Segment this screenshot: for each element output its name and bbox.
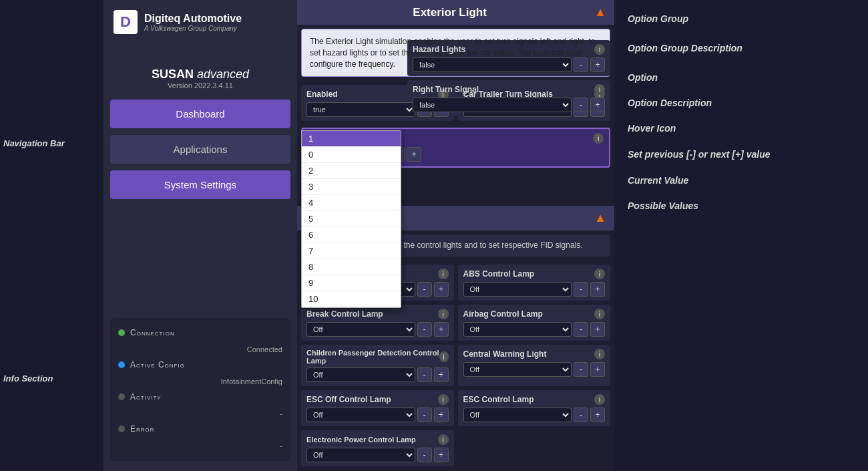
esc-off-lamp-select[interactable]: Off On (306, 408, 415, 422)
children-detection-info-icon[interactable]: i (439, 351, 449, 362)
electronic-power-label: Electronic Power Control Lamp (306, 436, 416, 444)
connection-label: Connection (130, 328, 175, 337)
nav-bar-annotation: Navigation Bar (3, 138, 65, 148)
user-version: Version 2022.3.4.11 (103, 82, 297, 90)
abs-lamp-info-icon[interactable]: i (594, 269, 605, 279)
connection-value: Connected (247, 345, 282, 353)
dropdown-item-10[interactable]: 10 (302, 291, 401, 307)
esc-off-lamp-option: ESC Off Control Lamp i Off On - + (301, 390, 454, 426)
airbag-lamp-minus-button[interactable]: - (574, 322, 588, 337)
children-detection-plus-button[interactable]: + (434, 367, 449, 382)
break-lamp-minus-button[interactable]: - (417, 322, 432, 337)
frequency-dropdown[interactable]: 1 0 2 3 4 5 6 7 8 9 10 (301, 130, 401, 308)
set-prev-next-annotation: Set previous [-] or next [+] value (628, 148, 855, 160)
hover-icon-annotation: Hover Icon (628, 123, 855, 134)
central-warning-plus-button[interactable]: + (590, 362, 605, 377)
hazard-lights-info-icon[interactable]: i (594, 44, 605, 55)
active-config-label: Active Config (130, 360, 185, 369)
central-warning-option: Central Warning Light i Off On - + (458, 345, 611, 386)
option-annotation: Option (628, 72, 855, 83)
break-lamp-plus-button[interactable]: + (434, 322, 449, 337)
right-turn-minus-button[interactable]: - (574, 98, 588, 112)
esc-lamp-label: ESC Control Lamp (463, 395, 534, 404)
dropdown-item-4[interactable]: 4 (302, 195, 401, 211)
central-warning-select[interactable]: Off On (463, 362, 572, 377)
esc-off-lamp-info-icon[interactable]: i (438, 394, 449, 405)
aca-warning-minus-button[interactable]: - (417, 282, 432, 297)
esc-lamp-plus-button[interactable]: + (590, 408, 605, 422)
dashboard-button[interactable]: Dashboard (110, 100, 290, 128)
dropdown-item-9[interactable]: 9 (302, 275, 401, 291)
dropdown-item-7[interactable]: 7 (302, 243, 401, 259)
hazard-lights-plus-button[interactable]: + (590, 57, 605, 72)
hazard-lights-minus-button[interactable]: - (574, 57, 588, 72)
info-section-annotation: Info Section (3, 373, 53, 383)
esc-lamp-option: ESC Control Lamp i Off On - + (458, 390, 611, 426)
right-turn-select[interactable]: false true (413, 98, 572, 112)
dropdown-item-2[interactable]: 2 (302, 163, 401, 179)
esc-lamp-minus-button[interactable]: - (574, 408, 588, 422)
option-group-annotation: Option Group (628, 13, 855, 24)
children-detection-label: Children Passenger Detection Control Lam… (306, 349, 439, 365)
user-name: SUSAN advanced (103, 67, 297, 82)
electronic-power-select[interactable]: Off On (306, 448, 415, 462)
option-group-desc-annotation: Option Group Description (628, 42, 855, 54)
fid-kombi-arrow[interactable]: ▲ (594, 211, 606, 225)
activity-value: - (280, 410, 282, 418)
children-detection-minus-button[interactable]: - (417, 367, 432, 382)
current-value-annotation: Current Value (628, 175, 855, 186)
electronic-power-minus-button[interactable]: - (417, 448, 432, 462)
dropdown-item-6[interactable]: 6 (302, 227, 401, 243)
system-settings-button[interactable]: System Settings (110, 170, 290, 199)
hazard-lights-label: Hazard Lights (413, 45, 465, 54)
electronic-power-option: Electronic Power Control Lamp i Off On -… (301, 430, 454, 466)
electronic-power-info-icon[interactable]: i (438, 434, 449, 445)
dropdown-item-3[interactable]: 3 (302, 179, 401, 195)
error-value: - (280, 442, 282, 450)
dropdown-item-5[interactable]: 5 (302, 211, 401, 227)
break-lamp-label: Break Control Lamp (306, 309, 383, 319)
applications-button[interactable]: Applications (110, 135, 290, 164)
break-lamp-option: Break Control Lamp i Off On - + (301, 305, 454, 341)
active-config-dot (118, 361, 125, 368)
abs-lamp-option: ABS Control Lamp i Off On - + (458, 265, 611, 301)
active-config-value: InfotainmentConfig (221, 377, 282, 385)
electronic-power-plus-button[interactable]: + (434, 448, 449, 462)
activity-label: Activity (130, 392, 162, 402)
airbag-lamp-select[interactable]: Off On (463, 322, 572, 337)
central-warning-info-icon[interactable]: i (594, 349, 605, 359)
hazard-lights-select[interactable]: false true (413, 57, 572, 72)
frequency-info-icon[interactable]: i (593, 133, 604, 144)
abs-lamp-plus-button[interactable]: + (590, 282, 605, 297)
central-warning-label: Central Warning Light (463, 349, 547, 359)
dropdown-item-0[interactable]: 0 (302, 147, 401, 163)
frequency-plus-button[interactable]: + (407, 147, 421, 162)
right-turn-plus-button[interactable]: + (590, 98, 605, 112)
enabled-label: Enabled (306, 90, 338, 99)
central-warning-minus-button[interactable]: - (574, 362, 588, 377)
logo-icon: D (114, 10, 138, 34)
esc-off-lamp-label: ESC Off Control Lamp (306, 395, 391, 404)
abs-lamp-minus-button[interactable]: - (574, 282, 588, 297)
exterior-light-arrow[interactable]: ▲ (594, 5, 606, 19)
airbag-lamp-option: Airbag Control Lamp i Off On - + (458, 305, 611, 341)
break-lamp-info-icon[interactable]: i (438, 309, 449, 319)
aca-warning-info-icon[interactable]: i (438, 269, 449, 279)
enabled-select[interactable]: true false (306, 102, 415, 117)
break-lamp-select[interactable]: Off On (306, 322, 415, 337)
children-detection-option: Children Passenger Detection Control Lam… (301, 345, 454, 386)
airbag-lamp-plus-button[interactable]: + (590, 322, 605, 337)
exterior-light-header: Exterior Light ▲ (297, 0, 614, 25)
airbag-lamp-info-icon[interactable]: i (594, 309, 605, 319)
esc-off-lamp-minus-button[interactable]: - (417, 408, 432, 422)
esc-off-lamp-plus-button[interactable]: + (434, 408, 449, 422)
aca-warning-plus-button[interactable]: + (434, 282, 449, 297)
dropdown-item-8[interactable]: 8 (302, 259, 401, 275)
error-label: Error (130, 424, 155, 434)
children-detection-select[interactable]: Off On (306, 367, 415, 382)
abs-lamp-select[interactable]: Off On (463, 282, 572, 297)
esc-lamp-select[interactable]: Off On (463, 408, 572, 422)
esc-lamp-info-icon[interactable]: i (594, 394, 605, 405)
dropdown-item-1[interactable]: 1 (302, 131, 401, 147)
error-dot (118, 426, 125, 432)
